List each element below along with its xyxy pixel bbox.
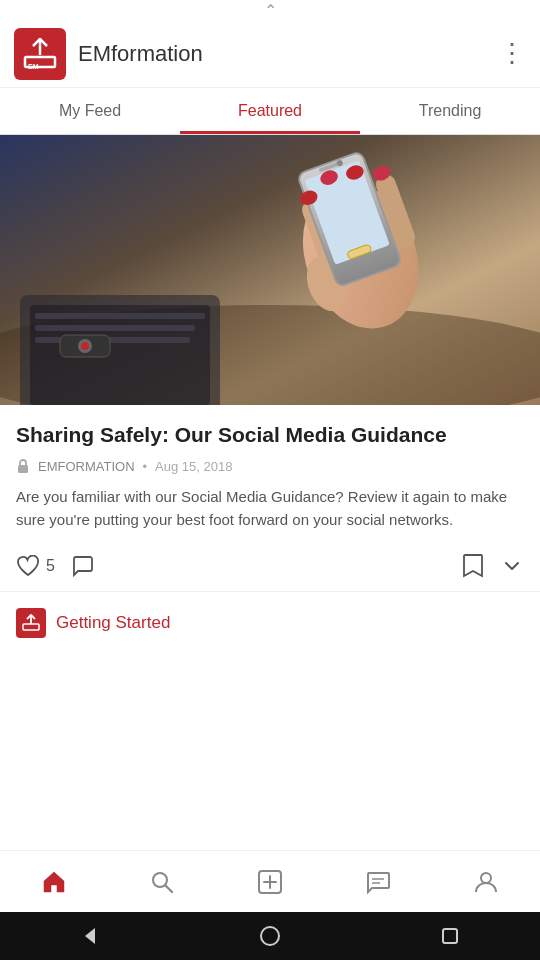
android-home-button[interactable]: [259, 925, 281, 947]
svg-point-38: [261, 927, 279, 945]
meta-separator: •: [143, 459, 148, 474]
bottom-nav: [0, 850, 540, 912]
svg-point-36: [481, 873, 491, 883]
bookmark-button[interactable]: [462, 553, 484, 579]
android-recents-button[interactable]: [439, 925, 461, 947]
bookmark-icon: [462, 553, 484, 579]
like-count: 5: [46, 557, 55, 575]
svg-rect-6: [35, 313, 205, 319]
svg-marker-37: [85, 928, 95, 944]
profile-icon: [473, 869, 499, 895]
nav-add[interactable]: [216, 851, 324, 912]
status-bar: ⌃: [0, 0, 540, 20]
article-image-svg: [0, 135, 540, 405]
tab-bar: My Feed Featured Trending: [0, 88, 540, 135]
like-button[interactable]: 5: [16, 555, 55, 577]
search-icon: [149, 869, 175, 895]
getting-started-section[interactable]: Getting Started: [0, 592, 540, 654]
svg-rect-39: [443, 929, 457, 943]
svg-rect-7: [35, 325, 195, 331]
add-icon: [257, 869, 283, 895]
svg-rect-8: [35, 337, 190, 343]
square-icon: [439, 925, 461, 947]
lock-icon: [16, 458, 30, 474]
tab-my-feed[interactable]: My Feed: [0, 88, 180, 134]
messages-icon: [365, 869, 391, 895]
expand-arrow-icon: ⌃: [264, 1, 277, 20]
svg-rect-27: [18, 465, 28, 473]
tab-featured[interactable]: Featured: [180, 88, 360, 134]
app-title: EMformation: [78, 41, 499, 67]
article-content: Sharing Safely: Our Social Media Guidanc…: [0, 405, 540, 531]
comment-icon: [71, 554, 95, 578]
svg-rect-5: [30, 305, 210, 405]
android-back-button[interactable]: [79, 925, 101, 947]
upload-icon: [22, 614, 40, 632]
nav-search[interactable]: [108, 851, 216, 912]
nav-home[interactable]: [0, 851, 108, 912]
chevron-down-icon: [500, 554, 524, 578]
action-left: 5: [16, 554, 462, 578]
svg-text:EM: EM: [28, 63, 39, 70]
tab-trending[interactable]: Trending: [360, 88, 540, 134]
section-title: Getting Started: [56, 613, 170, 633]
expand-button[interactable]: [500, 554, 524, 578]
article-actions: 5: [0, 545, 540, 592]
android-nav-bar: [0, 912, 540, 960]
svg-point-26: [81, 342, 89, 350]
article-title: Sharing Safely: Our Social Media Guidanc…: [16, 421, 524, 448]
article-description: Are you familiar with our Social Media G…: [16, 486, 524, 531]
circle-icon: [259, 925, 281, 947]
app-logo: EM: [14, 28, 66, 80]
app-header: EM EMformation ⋮: [0, 20, 540, 88]
article-hero-image: [0, 135, 540, 405]
action-right: [462, 553, 524, 579]
nav-profile[interactable]: [432, 851, 540, 912]
logo-icon: EM: [23, 37, 57, 71]
svg-line-30: [166, 885, 173, 892]
nav-messages[interactable]: [324, 851, 432, 912]
svg-rect-28: [23, 624, 39, 630]
more-options-button[interactable]: ⋮: [499, 38, 526, 69]
section-icon: [16, 608, 46, 638]
article-source: EMFORMATION: [38, 459, 135, 474]
article-date: Aug 15, 2018: [155, 459, 232, 474]
comment-button[interactable]: [71, 554, 95, 578]
home-icon: [41, 869, 67, 895]
heart-icon: [16, 555, 40, 577]
back-icon: [79, 925, 101, 947]
article-meta: EMFORMATION • Aug 15, 2018: [16, 458, 524, 474]
